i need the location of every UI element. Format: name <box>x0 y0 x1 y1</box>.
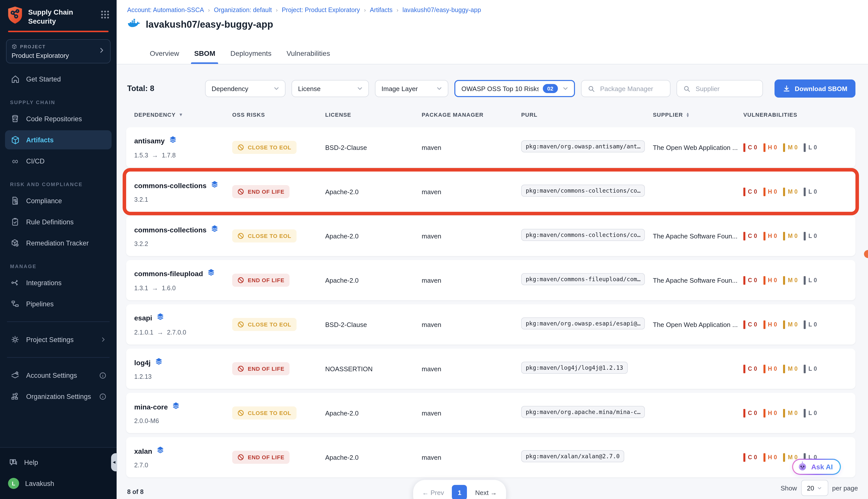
purl-chip[interactable]: pkg:maven/org.owasp.antisamy/ant… <box>521 141 645 153</box>
supplier-search[interactable] <box>677 80 763 97</box>
severity-bar <box>743 453 745 462</box>
sidebar-item-ci-cd[interactable]: ∞CI/CD <box>5 151 112 171</box>
supplier-search-input[interactable] <box>695 84 756 93</box>
filter-label: License <box>298 85 352 92</box>
breadcrumb-item[interactable]: Project: Product Exploratory <box>282 7 360 14</box>
license-value: BSD-2-Clause <box>325 321 422 328</box>
dependency-version: 3.2.2 <box>134 240 232 247</box>
user-menu[interactable]: L Lavakush <box>8 475 109 492</box>
purl-chip[interactable]: pkg:maven/org.apache.mina/mina-c… <box>521 406 645 418</box>
sidebar-item-integrations[interactable]: Integrations <box>5 273 112 292</box>
arrow-right-icon: → <box>490 489 497 496</box>
tab-vulnerabilities[interactable]: Vulnerabilities <box>287 49 330 64</box>
purl-chip[interactable]: pkg:maven/log4j/log4j@1.2.13 <box>521 362 628 374</box>
package-manager-search[interactable] <box>581 80 670 97</box>
sidebar-item-code-repositories[interactable]: Code Repositories <box>5 109 112 128</box>
page-title: lavakush07/easy-buggy-app <box>146 19 273 30</box>
owasp-risks-filter[interactable]: OWASP OSS Top 10 Risks 02 <box>454 80 575 97</box>
sidebar-section-label: SUPPLY CHAIN <box>10 100 106 105</box>
sidebar-item-label: Compliance <box>26 197 106 205</box>
app-grid-icon[interactable] <box>101 10 110 21</box>
ask-ai-button[interactable]: Ask AI <box>792 459 841 475</box>
ask-ai-label: Ask AI <box>811 463 833 471</box>
table-row[interactable]: esapi 2.1.0.1→2.7.0.0 CLOSE TO EOL <box>126 304 855 344</box>
sidebar-footer: ? Help L Lavakush <box>0 447 117 499</box>
dependency-name: commons-collections <box>134 181 206 190</box>
sidebar-item-label: Integrations <box>26 279 106 287</box>
severity-m-count: M0 <box>783 232 798 240</box>
sidebar-item-help[interactable]: ? Help <box>8 454 109 471</box>
severity-h-count: H0 <box>763 276 777 284</box>
brand-title: Supply Chain Security <box>28 6 101 26</box>
docker-icon <box>127 18 141 31</box>
dependency-filter[interactable]: Dependency <box>205 80 286 97</box>
column-header-supplier[interactable]: SUPPLIER▲▼ <box>653 112 743 118</box>
column-header-dependency[interactable]: DEPENDENCY▼ <box>134 112 232 118</box>
breadcrumb: Account: Automation-SSCA›Organization: d… <box>117 0 868 14</box>
purl-chip[interactable]: pkg:maven/commons-collections/co… <box>521 185 645 197</box>
sidebar-item-account-settings[interactable]: Account Settings <box>5 366 112 385</box>
table-row-highlighted[interactable]: commons-collections 3.2.1 END OF LIFE <box>126 171 855 212</box>
severity-c-count: C0 <box>743 320 757 329</box>
download-sbom-button[interactable]: Download SBOM <box>775 80 855 98</box>
sidebar-item-organization-settings[interactable]: Organization Settings <box>5 387 112 406</box>
oss-risk-badge: CLOSE TO EOL <box>232 318 296 331</box>
owasp-filter-label: OWASP OSS Top 10 Risks <box>461 85 539 92</box>
chevron-right-icon <box>98 47 105 56</box>
app-window: Supply Chain Security PROJECT Product Ex… <box>0 0 868 499</box>
sidebar-item-label: Rule Definitions <box>26 218 106 226</box>
layers-icon <box>172 402 180 412</box>
sidebar-item-rule-definitions[interactable]: Rule Definitions <box>5 212 112 231</box>
layers-gear-icon <box>10 370 20 380</box>
severity-bar <box>743 232 745 240</box>
sidebar-item-pipelines[interactable]: Pipelines <box>5 294 112 313</box>
license-filter[interactable]: License <box>291 80 369 97</box>
ban-icon <box>237 365 244 372</box>
breadcrumb-item[interactable]: lavakush07/easy-buggy-app <box>402 7 481 14</box>
sidebar-collapse-handle[interactable]: ◀ <box>111 453 117 471</box>
table-row[interactable]: commons-fileupload 1.3.1→1.6.0 END OF <box>126 260 855 300</box>
tab-deployments[interactable]: Deployments <box>230 49 272 64</box>
severity-bar <box>743 364 745 373</box>
table-row[interactable]: mina-core 2.0.0-M6 CLOSE TO EOL <box>126 393 855 433</box>
purl-chip[interactable]: pkg:maven/commons-collections/co… <box>521 229 645 241</box>
severity-m-count: M0 <box>783 187 798 196</box>
image-layer-filter[interactable]: Image Layer <box>375 80 448 97</box>
filter-label: Image Layer <box>381 85 432 92</box>
severity-h-count: H0 <box>763 320 777 329</box>
breadcrumb-item[interactable]: Organization: default <box>214 7 272 14</box>
page-number-button[interactable]: 1 <box>452 485 467 499</box>
sidebar-item-compliance[interactable]: Compliance <box>5 191 112 210</box>
next-page-button[interactable]: Next → <box>475 489 497 496</box>
severity-h-count: H0 <box>763 187 777 196</box>
cube-icon <box>10 135 20 145</box>
tab-sbom[interactable]: SBOM <box>194 49 215 64</box>
purl-chip[interactable]: pkg:maven/commons-fileupload/com… <box>521 273 645 285</box>
table-row[interactable]: log4j 1.2.13 END OF LIFE <box>126 349 855 389</box>
project-selector[interactable]: PROJECT Product Exploratory <box>6 39 111 63</box>
table-row[interactable]: antisamy 1.5.3→1.7.8 CLOSE TO EOL <box>126 127 855 168</box>
sidebar-item-remediation-tracker[interactable]: Remediation Tracker <box>5 233 112 253</box>
severity-bar <box>804 409 806 417</box>
breadcrumb-item[interactable]: Account: Automation-SSCA <box>127 7 204 14</box>
severity-h-count: H0 <box>763 364 777 373</box>
sidebar-item-artifacts[interactable]: Artifacts <box>5 130 112 149</box>
table-row[interactable]: commons-collections 3.2.2 CLOSE TO EOL <box>126 216 855 256</box>
prev-page-button[interactable]: ← Prev <box>422 489 444 496</box>
purl-chip[interactable]: pkg:maven/org.owasp.esapi/esapi@… <box>521 317 645 329</box>
severity-bar <box>804 320 806 329</box>
chevron-down-icon <box>436 85 443 92</box>
column-label: PACKAGE MANAGER <box>422 112 483 118</box>
search-icon <box>683 85 691 92</box>
package-manager-search-input[interactable] <box>599 84 664 93</box>
breadcrumb-item[interactable]: Artifacts <box>370 7 392 14</box>
sidebar-item-get-started[interactable]: Get Started <box>5 70 112 88</box>
tab-overview[interactable]: Overview <box>150 49 179 64</box>
per-page-label: per page <box>832 484 858 492</box>
breadcrumb-separator: › <box>204 7 214 13</box>
table-row[interactable]: xalan 2.7.0 END OF LIFE <box>126 437 855 477</box>
severity-l-count: L0 <box>804 232 817 240</box>
sidebar-item-project-settings[interactable]: Project Settings <box>5 330 112 349</box>
page-size-select[interactable]: 20 <box>801 480 828 496</box>
purl-chip[interactable]: pkg:maven/xalan/xalan@2.7.0 <box>521 450 624 462</box>
